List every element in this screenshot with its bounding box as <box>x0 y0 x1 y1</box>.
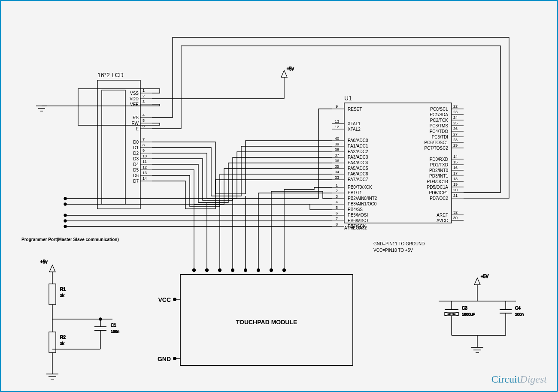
mcu-ref: U1 <box>344 95 352 102</box>
mcu-note-vcc: VCC=PIN10 TO +5V <box>373 248 413 253</box>
svg-text:19: 19 <box>453 182 458 187</box>
svg-text:20: 20 <box>453 188 458 192</box>
svg-text:16: 16 <box>453 166 458 170</box>
svg-text:PC7/TOSC2: PC7/TOSC2 <box>425 146 449 151</box>
svg-text:D7: D7 <box>133 179 139 184</box>
svg-text:11: 11 <box>143 160 147 164</box>
svg-text:22: 22 <box>453 104 458 109</box>
svg-text:35: 35 <box>335 164 339 169</box>
svg-text:3: 3 <box>143 100 145 104</box>
c1-val: 100n <box>111 329 119 334</box>
svg-point-178 <box>244 269 247 272</box>
svg-text:PC5/TDI: PC5/TDI <box>432 135 448 139</box>
svg-text:PB6/MISO: PB6/MISO <box>348 218 368 223</box>
svg-text:PB7/SCK: PB7/SCK <box>348 224 366 229</box>
logo-part-b: Digest <box>520 374 547 385</box>
divider-network: +5v R1 1k R2 1k C1 100n <box>40 259 119 379</box>
svg-text:9: 9 <box>143 148 145 153</box>
svg-text:PB4/SS: PB4/SS <box>348 207 363 212</box>
lcd-title: 16*2 LCD <box>97 72 124 78</box>
decoupling-network: +5V C3 1000uF C4 100n <box>439 274 524 353</box>
svg-text:PA6/ADC6: PA6/ADC6 <box>348 172 368 176</box>
svg-text:PC3/TMS: PC3/TMS <box>430 124 449 128</box>
svg-text:13: 13 <box>143 171 147 175</box>
touchpad-module: TOUCHPAD MODULE VCC GND <box>158 274 353 365</box>
svg-text:24: 24 <box>453 115 458 120</box>
plus5v-label-2: +5v <box>40 259 47 264</box>
touchpad-vcc: VCC <box>158 296 171 303</box>
svg-text:PD3/INT1: PD3/INT1 <box>429 174 448 178</box>
svg-text:5: 5 <box>336 205 338 210</box>
svg-text:PB0/T0/XCK: PB0/T0/XCK <box>348 185 372 190</box>
svg-point-181 <box>283 269 286 272</box>
svg-text:D0: D0 <box>133 140 139 145</box>
svg-text:AREF: AREF <box>437 213 448 217</box>
svg-text:10: 10 <box>143 154 147 158</box>
gnd-symbol-div <box>46 374 58 379</box>
c4-ref: C4 <box>515 306 521 311</box>
svg-rect-193 <box>49 332 56 353</box>
svg-text:14: 14 <box>143 176 147 181</box>
gnd-symbol-decoup <box>471 347 483 353</box>
svg-text:30: 30 <box>453 216 458 220</box>
plus5v-lcd-rail <box>281 70 287 99</box>
svg-text:13: 13 <box>335 119 339 124</box>
r1-val: 1k <box>60 293 64 298</box>
svg-text:32: 32 <box>453 210 458 214</box>
logo-part-a: Círcuit <box>491 374 520 385</box>
r1-ref: R1 <box>60 287 66 292</box>
c4-val: 100n <box>515 312 524 317</box>
svg-marker-157 <box>281 70 287 77</box>
svg-text:PD5/OC1A: PD5/OC1A <box>427 185 449 190</box>
svg-text:PD4/OC1B: PD4/OC1B <box>427 179 449 184</box>
svg-text:29: 29 <box>453 143 458 148</box>
svg-text:PA2/ADC2: PA2/ADC2 <box>348 149 368 154</box>
svg-text:D6: D6 <box>133 173 139 178</box>
svg-text:26: 26 <box>453 127 458 131</box>
svg-text:34: 34 <box>335 170 339 174</box>
svg-text:PA0/ADC0: PA0/ADC0 <box>348 138 368 143</box>
svg-text:4: 4 <box>143 113 145 117</box>
svg-text:36: 36 <box>335 159 339 163</box>
svg-text:2: 2 <box>336 189 338 193</box>
svg-text:E: E <box>136 127 139 131</box>
svg-text:PC0/SCL: PC0/SCL <box>430 107 448 112</box>
svg-text:25: 25 <box>453 121 458 125</box>
touchpad-gnd: GND <box>158 356 171 362</box>
svg-point-175 <box>206 269 209 272</box>
svg-point-180 <box>270 269 273 272</box>
plus5v-label-1: +5v <box>287 66 294 71</box>
svg-text:PD1/TXD: PD1/TXD <box>430 163 448 167</box>
svg-point-174 <box>193 269 196 272</box>
svg-rect-1 <box>102 90 125 204</box>
svg-text:2: 2 <box>143 94 145 98</box>
svg-text:39: 39 <box>335 142 339 146</box>
svg-marker-206 <box>474 278 480 285</box>
svg-text:PD7/OC2: PD7/OC2 <box>430 196 448 201</box>
svg-text:9: 9 <box>336 104 338 109</box>
svg-text:PD0/RXD: PD0/RXD <box>430 157 448 162</box>
svg-marker-188 <box>49 265 55 272</box>
circuitdigest-logo: CírcuitDigest <box>491 374 547 385</box>
svg-text:VSS: VSS <box>130 91 139 96</box>
svg-text:21: 21 <box>453 193 458 198</box>
svg-text:6: 6 <box>143 124 145 128</box>
svg-text:18: 18 <box>453 177 458 181</box>
svg-text:37: 37 <box>335 153 339 157</box>
svg-text:VDD: VDD <box>130 96 139 101</box>
svg-text:PC6/TOSC1: PC6/TOSC1 <box>425 140 449 145</box>
svg-text:PA5/ADC5: PA5/ADC5 <box>348 166 368 171</box>
svg-text:28: 28 <box>453 138 458 142</box>
r2-ref: R2 <box>60 335 66 340</box>
svg-text:33: 33 <box>335 175 339 180</box>
svg-text:PC1/SDA: PC1/SDA <box>430 112 448 117</box>
svg-text:D3: D3 <box>133 157 139 161</box>
svg-text:15: 15 <box>453 160 458 164</box>
svg-rect-189 <box>49 284 56 305</box>
svg-text:PC4/TDO: PC4/TDO <box>430 129 449 134</box>
c1-ref: C1 <box>111 323 116 328</box>
schematic-frame: 16*2 LCD VSS VDD VEE RS RW E D0 D1 D2 D3… <box>0 0 558 392</box>
svg-text:40: 40 <box>335 136 339 141</box>
svg-point-179 <box>257 269 260 272</box>
programmer-port-label: Programmer Port(Master Slave communicati… <box>21 237 119 242</box>
